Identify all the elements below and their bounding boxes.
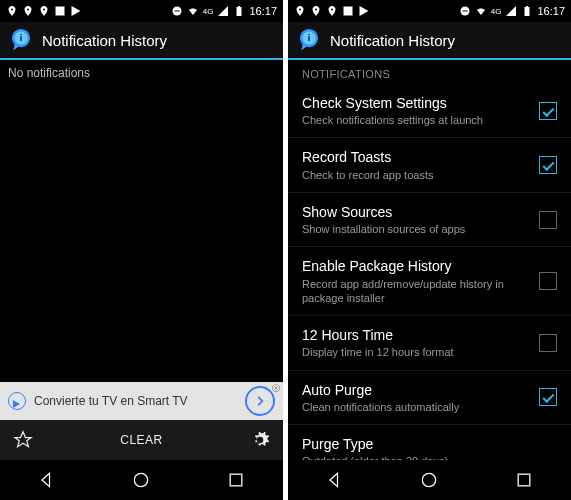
ad-text: Convierte tu TV en Smart TV [34,394,237,408]
section-header-notifications: NOTIFICATIONS [288,60,571,84]
setting-title: Auto Purge [302,381,539,399]
setting-item[interactable]: 12 Hours TimeDisplay time in 12 hours fo… [288,316,571,370]
checkbox[interactable] [539,388,557,406]
svg-text:i: i [20,33,23,43]
nav-bar [0,460,283,500]
setting-subtitle: Display time in 12 hours format [302,345,539,359]
status-left [294,5,370,17]
bottom-toolbar: CLEAR [0,420,283,460]
settings-list[interactable]: NOTIFICATIONS Check System SettingsCheck… [288,60,571,460]
svg-rect-13 [518,474,530,486]
setting-title: Enable Package History [302,257,539,275]
image-icon [54,5,66,17]
battery-icon [233,5,245,17]
setting-item[interactable]: Auto PurgeClean notifications automatica… [288,371,571,425]
status-right: 4G 16:17 [459,5,565,17]
ad-close-icon[interactable]: ⓧ [272,383,280,394]
setting-item[interactable]: Enable Package HistoryRecord app add/rem… [288,247,571,316]
svg-point-12 [423,473,436,486]
setting-text: Auto PurgeClean notifications automatica… [302,381,539,414]
nav-back-icon[interactable] [37,470,57,490]
setting-text: Purge TypeOutdated (older than 30 days) [302,435,557,460]
signal-icon [505,5,517,17]
setting-item[interactable]: Check System SettingsCheck notifications… [288,84,571,138]
app-bar: i Notification History [288,22,571,60]
signal-icon [217,5,229,17]
nav-bar [288,460,571,500]
location-icon [38,5,50,17]
setting-title: Check System Settings [302,94,539,112]
status-left [6,5,82,17]
clear-button[interactable]: CLEAR [46,433,237,447]
ad-play-icon [8,392,26,410]
nav-home-icon[interactable] [131,470,151,490]
setting-title: Purge Type [302,435,557,453]
setting-text: 12 Hours TimeDisplay time in 12 hours fo… [302,326,539,359]
checkbox[interactable] [539,334,557,352]
checkbox[interactable] [539,211,557,229]
setting-subtitle: Check to record app toasts [302,168,539,182]
nav-home-icon[interactable] [419,470,439,490]
wifi-icon [187,5,199,17]
nav-back-icon[interactable] [325,470,345,490]
svg-point-5 [135,473,148,486]
settings-button[interactable] [237,420,283,460]
wifi-icon [475,5,487,17]
setting-item[interactable]: Purge TypeOutdated (older than 30 days) [288,425,571,460]
location-icon [22,5,34,17]
screen-main: 4G 16:17 i Notification History No notif… [0,0,283,500]
location-icon [6,5,18,17]
setting-title: Record Toasts [302,148,539,166]
favorite-button[interactable] [0,420,46,460]
play-icon [70,5,82,17]
svg-rect-8 [462,11,467,12]
checkbox[interactable] [539,272,557,290]
setting-title: 12 Hours Time [302,326,539,344]
ad-arrow-icon[interactable] [245,386,275,416]
dnd-icon [459,5,471,17]
status-bar: 4G 16:17 [288,0,571,22]
network-label: 4G [203,7,214,16]
nav-recent-icon[interactable] [226,470,246,490]
setting-item[interactable]: Show SourcesShow installation sources of… [288,193,571,247]
app-title: Notification History [330,32,455,49]
svg-rect-6 [230,474,242,486]
location-icon [310,5,322,17]
dnd-icon [171,5,183,17]
nav-recent-icon[interactable] [514,470,534,490]
setting-title: Show Sources [302,203,539,221]
status-bar: 4G 16:17 [0,0,283,22]
empty-notifications-text: No notifications [0,60,283,86]
checkbox[interactable] [539,156,557,174]
ad-banner[interactable]: ⓧ Convierte tu TV en Smart TV [0,382,283,420]
app-logo-icon: i [8,27,34,53]
network-label: 4G [491,7,502,16]
app-logo-icon: i [296,27,322,53]
image-icon [342,5,354,17]
content-empty: No notifications ⓧ Convierte tu TV en Sm… [0,60,283,460]
clock: 16:17 [249,5,277,17]
setting-subtitle: Record app add/remove/update history in … [302,277,539,306]
setting-text: Check System SettingsCheck notifications… [302,94,539,127]
setting-subtitle: Show installation sources of apps [302,222,539,236]
status-right: 4G 16:17 [171,5,277,17]
svg-text:i: i [308,33,311,43]
setting-text: Record ToastsCheck to record app toasts [302,148,539,181]
clock: 16:17 [537,5,565,17]
battery-icon [521,5,533,17]
setting-text: Enable Package HistoryRecord app add/rem… [302,257,539,305]
svg-rect-1 [174,11,179,12]
setting-item[interactable]: Record ToastsCheck to record app toasts [288,138,571,192]
setting-subtitle: Check notifications settings at launch [302,113,539,127]
location-icon [326,5,338,17]
app-bar: i Notification History [0,22,283,60]
setting-text: Show SourcesShow installation sources of… [302,203,539,236]
setting-subtitle: Clean notifications automatically [302,400,539,414]
play-icon [358,5,370,17]
checkbox[interactable] [539,102,557,120]
location-icon [294,5,306,17]
screen-settings: 4G 16:17 i Notification History NOTIFICA… [288,0,571,500]
app-title: Notification History [42,32,167,49]
